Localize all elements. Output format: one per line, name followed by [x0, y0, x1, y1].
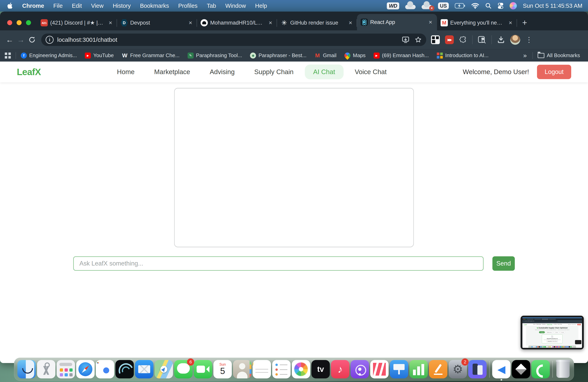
chat-input[interactable]: [73, 256, 483, 271]
downloads-icon[interactable]: [497, 36, 505, 44]
bookmark-item[interactable]: ✎Paraphrasing Tool...: [184, 52, 245, 58]
apple-tv-dock-icon[interactable]: tv: [311, 360, 330, 378]
tab-chatgpt[interactable]: ✳ GitHub render issue ×: [277, 15, 357, 30]
finder-dock-icon[interactable]: [17, 360, 36, 378]
calendar-dock-icon[interactable]: Sun 5: [213, 360, 232, 378]
safari-dock-icon[interactable]: [76, 360, 95, 378]
logout-button[interactable]: Logout: [537, 65, 571, 79]
forward-button[interactable]: →: [15, 34, 26, 45]
leafx-logo[interactable]: LeafX: [17, 67, 41, 77]
menu-file[interactable]: File: [49, 3, 67, 9]
nav-voice-chat[interactable]: Voice Chat: [346, 65, 395, 79]
bookmark-item[interactable]: Maps: [341, 52, 369, 58]
facetime-dock-icon[interactable]: [194, 360, 212, 378]
onedrive-icon[interactable]: [405, 2, 416, 9]
cloud-sync-error-icon[interactable]: ×: [421, 2, 432, 9]
mail-dock-icon[interactable]: [135, 360, 153, 378]
apps-grid-icon[interactable]: [5, 53, 11, 58]
menu-window[interactable]: Window: [221, 3, 251, 9]
battery-charging-icon[interactable]: [455, 3, 465, 9]
nav-home[interactable]: Home: [109, 65, 143, 79]
menu-view[interactable]: View: [86, 3, 108, 9]
prism-app-dock-icon[interactable]: [512, 360, 530, 378]
tab-gmail[interactable]: M Everything you'll need to ×: [437, 15, 517, 30]
pages-dock-icon[interactable]: [429, 360, 447, 378]
input-source-icon[interactable]: US: [438, 2, 449, 9]
tab-close-icon[interactable]: ×: [188, 19, 193, 26]
nav-ai-chat-active[interactable]: AI Chat: [305, 65, 344, 79]
vscode-dock-icon[interactable]: ◀: [492, 360, 511, 378]
menu-bar-clock[interactable]: Sun Oct 5 11:45:53 AM: [523, 3, 582, 9]
send-button[interactable]: Send: [492, 256, 515, 271]
settings-dock-icon[interactable]: ⚙ 2: [449, 360, 467, 378]
bookmark-item[interactable]: ▶YouTube: [82, 52, 117, 58]
bookmark-item[interactable]: WFree Grammar Che...: [119, 52, 183, 58]
spotlight-search-icon[interactable]: [485, 3, 492, 9]
tab-close-icon[interactable]: ×: [347, 19, 353, 26]
bookmark-item[interactable]: MGmail: [311, 52, 340, 58]
chat-messages-area[interactable]: [174, 88, 414, 247]
nav-advising[interactable]: Advising: [201, 65, 243, 79]
menu-edit[interactable]: Edit: [67, 3, 86, 9]
new-tab-button[interactable]: +: [517, 18, 532, 30]
zoom-window-button[interactable]: [26, 20, 31, 25]
contacts-dock-icon[interactable]: [233, 360, 252, 378]
close-window-button[interactable]: [7, 20, 12, 25]
chrome-dock-icon[interactable]: [96, 360, 114, 378]
music-dock-icon[interactable]: ♪: [331, 360, 349, 378]
phone-dock-icon[interactable]: [531, 360, 550, 378]
reminders-dock-icon[interactable]: [272, 360, 291, 378]
wifi-icon[interactable]: [471, 3, 479, 9]
launchpad-dock-icon[interactable]: [57, 360, 75, 378]
wd-drive-icon[interactable]: WD: [387, 2, 399, 9]
menu-chrome[interactable]: Chrome: [18, 3, 49, 9]
messages-dock-icon[interactable]: 6: [174, 360, 193, 378]
url-text[interactable]: localhost:3001/chatbot: [57, 36, 397, 43]
tab-devpost[interactable]: D Devpost ×: [117, 15, 197, 30]
bookmark-item[interactable]: Introduction to AI...: [434, 52, 492, 58]
extensions-puzzle-icon[interactable]: [459, 36, 467, 44]
photos-dock-icon[interactable]: [292, 360, 310, 378]
site-info-icon[interactable]: i: [46, 36, 54, 44]
numbers-dock-icon[interactable]: [409, 360, 428, 378]
keynote-dock-icon[interactable]: [390, 360, 408, 378]
control-center-icon[interactable]: [498, 3, 504, 9]
install-app-icon[interactable]: [402, 36, 409, 43]
nav-supply-chain[interactable]: Supply Chain: [246, 65, 302, 79]
notes-dock-icon[interactable]: [252, 360, 271, 378]
profile-avatar[interactable]: [510, 35, 520, 45]
all-bookmarks-button[interactable]: All Bookmarks: [534, 52, 583, 58]
menu-tab[interactable]: Tab: [202, 3, 221, 9]
wave-app-dock-icon[interactable]: [115, 360, 134, 378]
bookmarks-overflow-icon[interactable]: »: [519, 52, 531, 59]
tab-close-icon[interactable]: ×: [267, 19, 273, 26]
minimize-window-button[interactable]: [17, 20, 21, 25]
address-bar[interactable]: i localhost:3001/chatbot: [41, 34, 426, 46]
reload-button[interactable]: [26, 34, 38, 45]
news-dock-icon[interactable]: [370, 360, 389, 378]
menu-profiles[interactable]: Profiles: [174, 3, 202, 9]
bookmark-item[interactable]: fEngineering Admis...: [18, 52, 80, 58]
podcasts-dock-icon[interactable]: [351, 360, 369, 378]
maps-dock-icon[interactable]: [155, 360, 173, 378]
menu-bookmarks[interactable]: Bookmarks: [135, 3, 174, 9]
apple-menu-icon[interactable]: [6, 2, 15, 9]
menu-help[interactable]: Help: [251, 3, 272, 9]
bookmark-item[interactable]: ◉Paraphraser - Best...: [247, 52, 310, 58]
video-speed-extension-icon[interactable]: ▶▶: [445, 35, 454, 44]
screen-mirror-pip[interactable]: localhost:3001/supply-chain LeafX HomeMa…: [521, 316, 584, 349]
bookmark-star-icon[interactable]: [415, 36, 422, 43]
iphone-mirroring-dock-icon[interactable]: [468, 360, 487, 378]
tab-github-leafx[interactable]: MohammadHR10/LeafX ×: [197, 15, 277, 30]
bookmark-item[interactable]: ▶(69) Emraan Hash...: [370, 52, 432, 58]
tab-react-app-active[interactable]: React App ×: [357, 14, 437, 30]
siri-icon[interactable]: [510, 2, 517, 9]
tab-discord[interactable]: 421 (421) Discord | #★ |gener ×: [37, 15, 117, 30]
menu-history[interactable]: History: [108, 3, 135, 9]
qr-extension-icon[interactable]: [431, 35, 440, 44]
tab-close-icon[interactable]: ×: [427, 19, 433, 26]
tab-close-icon[interactable]: ×: [507, 19, 513, 26]
chrome-menu-icon[interactable]: ⋮: [525, 36, 533, 44]
search-tabs-icon[interactable]: [478, 36, 486, 44]
back-button[interactable]: ←: [4, 34, 15, 45]
